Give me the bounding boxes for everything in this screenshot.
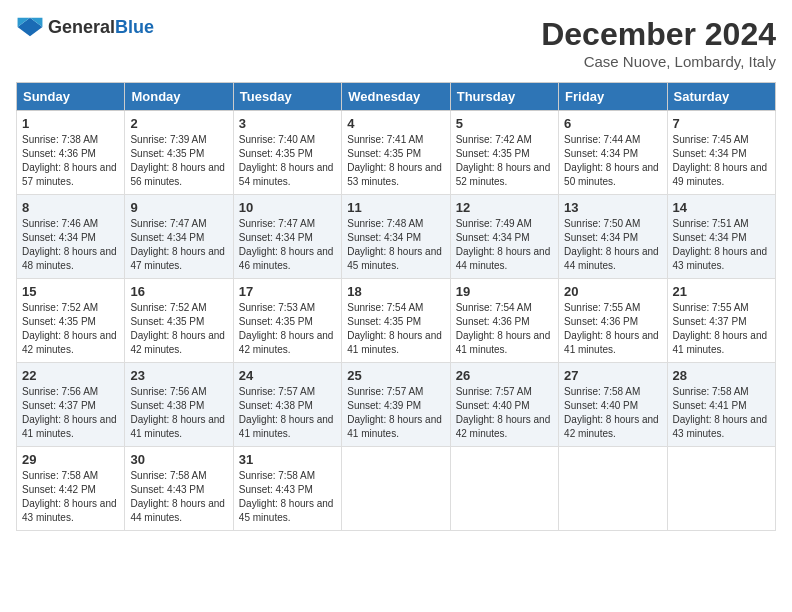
day-number: 8 xyxy=(22,200,119,215)
day-detail: Sunrise: 7:44 AMSunset: 4:34 PMDaylight:… xyxy=(564,133,661,189)
weekday-header-friday: Friday xyxy=(559,83,667,111)
day-detail: Sunrise: 7:38 AMSunset: 4:36 PMDaylight:… xyxy=(22,133,119,189)
weekday-header-saturday: Saturday xyxy=(667,83,775,111)
weekday-header-monday: Monday xyxy=(125,83,233,111)
day-detail: Sunrise: 7:52 AMSunset: 4:35 PMDaylight:… xyxy=(22,301,119,357)
day-detail: Sunrise: 7:55 AMSunset: 4:37 PMDaylight:… xyxy=(673,301,770,357)
day-number: 3 xyxy=(239,116,336,131)
calendar-day-11: 11 Sunrise: 7:48 AMSunset: 4:34 PMDaylig… xyxy=(342,195,450,279)
day-detail: Sunrise: 7:58 AMSunset: 4:43 PMDaylight:… xyxy=(130,469,227,525)
calendar-day-16: 16 Sunrise: 7:52 AMSunset: 4:35 PMDaylig… xyxy=(125,279,233,363)
day-detail: Sunrise: 7:49 AMSunset: 4:34 PMDaylight:… xyxy=(456,217,553,273)
day-detail: Sunrise: 7:51 AMSunset: 4:34 PMDaylight:… xyxy=(673,217,770,273)
day-number: 10 xyxy=(239,200,336,215)
calendar-day-4: 4 Sunrise: 7:41 AMSunset: 4:35 PMDayligh… xyxy=(342,111,450,195)
location: Case Nuove, Lombardy, Italy xyxy=(541,53,776,70)
calendar-day-3: 3 Sunrise: 7:40 AMSunset: 4:35 PMDayligh… xyxy=(233,111,341,195)
calendar-day-9: 9 Sunrise: 7:47 AMSunset: 4:34 PMDayligh… xyxy=(125,195,233,279)
calendar-day-21: 21 Sunrise: 7:55 AMSunset: 4:37 PMDaylig… xyxy=(667,279,775,363)
day-number: 29 xyxy=(22,452,119,467)
day-number: 26 xyxy=(456,368,553,383)
calendar-day-28: 28 Sunrise: 7:58 AMSunset: 4:41 PMDaylig… xyxy=(667,363,775,447)
day-detail: Sunrise: 7:54 AMSunset: 4:36 PMDaylight:… xyxy=(456,301,553,357)
calendar-day-29: 29 Sunrise: 7:58 AMSunset: 4:42 PMDaylig… xyxy=(17,447,125,531)
day-number: 25 xyxy=(347,368,444,383)
day-detail: Sunrise: 7:56 AMSunset: 4:37 PMDaylight:… xyxy=(22,385,119,441)
day-number: 2 xyxy=(130,116,227,131)
day-detail: Sunrise: 7:57 AMSunset: 4:38 PMDaylight:… xyxy=(239,385,336,441)
day-detail: Sunrise: 7:54 AMSunset: 4:35 PMDaylight:… xyxy=(347,301,444,357)
calendar-day-26: 26 Sunrise: 7:57 AMSunset: 4:40 PMDaylig… xyxy=(450,363,558,447)
calendar-day-24: 24 Sunrise: 7:57 AMSunset: 4:38 PMDaylig… xyxy=(233,363,341,447)
day-number: 1 xyxy=(22,116,119,131)
calendar-week-row: 22 Sunrise: 7:56 AMSunset: 4:37 PMDaylig… xyxy=(17,363,776,447)
day-detail: Sunrise: 7:58 AMSunset: 4:41 PMDaylight:… xyxy=(673,385,770,441)
day-number: 12 xyxy=(456,200,553,215)
day-number: 14 xyxy=(673,200,770,215)
day-number: 31 xyxy=(239,452,336,467)
day-detail: Sunrise: 7:45 AMSunset: 4:34 PMDaylight:… xyxy=(673,133,770,189)
day-detail: Sunrise: 7:46 AMSunset: 4:34 PMDaylight:… xyxy=(22,217,119,273)
calendar-week-row: 15 Sunrise: 7:52 AMSunset: 4:35 PMDaylig… xyxy=(17,279,776,363)
day-number: 16 xyxy=(130,284,227,299)
empty-day xyxy=(342,447,450,531)
calendar-day-8: 8 Sunrise: 7:46 AMSunset: 4:34 PMDayligh… xyxy=(17,195,125,279)
empty-day xyxy=(559,447,667,531)
page-header: GeneralBlue December 2024 Case Nuove, Lo… xyxy=(16,16,776,70)
day-detail: Sunrise: 7:58 AMSunset: 4:40 PMDaylight:… xyxy=(564,385,661,441)
calendar-day-14: 14 Sunrise: 7:51 AMSunset: 4:34 PMDaylig… xyxy=(667,195,775,279)
day-number: 22 xyxy=(22,368,119,383)
calendar-day-19: 19 Sunrise: 7:54 AMSunset: 4:36 PMDaylig… xyxy=(450,279,558,363)
day-detail: Sunrise: 7:40 AMSunset: 4:35 PMDaylight:… xyxy=(239,133,336,189)
day-detail: Sunrise: 7:53 AMSunset: 4:35 PMDaylight:… xyxy=(239,301,336,357)
calendar-week-row: 29 Sunrise: 7:58 AMSunset: 4:42 PMDaylig… xyxy=(17,447,776,531)
logo-blue: Blue xyxy=(115,17,154,37)
calendar-day-5: 5 Sunrise: 7:42 AMSunset: 4:35 PMDayligh… xyxy=(450,111,558,195)
day-number: 15 xyxy=(22,284,119,299)
calendar-day-1: 1 Sunrise: 7:38 AMSunset: 4:36 PMDayligh… xyxy=(17,111,125,195)
calendar-day-30: 30 Sunrise: 7:58 AMSunset: 4:43 PMDaylig… xyxy=(125,447,233,531)
day-detail: Sunrise: 7:55 AMSunset: 4:36 PMDaylight:… xyxy=(564,301,661,357)
weekday-header-wednesday: Wednesday xyxy=(342,83,450,111)
day-detail: Sunrise: 7:47 AMSunset: 4:34 PMDaylight:… xyxy=(130,217,227,273)
calendar-day-18: 18 Sunrise: 7:54 AMSunset: 4:35 PMDaylig… xyxy=(342,279,450,363)
calendar-day-15: 15 Sunrise: 7:52 AMSunset: 4:35 PMDaylig… xyxy=(17,279,125,363)
weekday-header-sunday: Sunday xyxy=(17,83,125,111)
day-detail: Sunrise: 7:39 AMSunset: 4:35 PMDaylight:… xyxy=(130,133,227,189)
empty-day xyxy=(450,447,558,531)
day-number: 17 xyxy=(239,284,336,299)
calendar-day-27: 27 Sunrise: 7:58 AMSunset: 4:40 PMDaylig… xyxy=(559,363,667,447)
day-number: 18 xyxy=(347,284,444,299)
calendar-day-10: 10 Sunrise: 7:47 AMSunset: 4:34 PMDaylig… xyxy=(233,195,341,279)
calendar-day-31: 31 Sunrise: 7:58 AMSunset: 4:43 PMDaylig… xyxy=(233,447,341,531)
day-number: 30 xyxy=(130,452,227,467)
calendar-day-17: 17 Sunrise: 7:53 AMSunset: 4:35 PMDaylig… xyxy=(233,279,341,363)
calendar-day-2: 2 Sunrise: 7:39 AMSunset: 4:35 PMDayligh… xyxy=(125,111,233,195)
day-detail: Sunrise: 7:58 AMSunset: 4:43 PMDaylight:… xyxy=(239,469,336,525)
day-detail: Sunrise: 7:56 AMSunset: 4:38 PMDaylight:… xyxy=(130,385,227,441)
logo-icon xyxy=(16,16,44,38)
day-number: 20 xyxy=(564,284,661,299)
day-number: 24 xyxy=(239,368,336,383)
day-number: 28 xyxy=(673,368,770,383)
day-number: 7 xyxy=(673,116,770,131)
day-detail: Sunrise: 7:47 AMSunset: 4:34 PMDaylight:… xyxy=(239,217,336,273)
calendar-week-row: 1 Sunrise: 7:38 AMSunset: 4:36 PMDayligh… xyxy=(17,111,776,195)
calendar-day-7: 7 Sunrise: 7:45 AMSunset: 4:34 PMDayligh… xyxy=(667,111,775,195)
day-number: 4 xyxy=(347,116,444,131)
weekday-header-row: SundayMondayTuesdayWednesdayThursdayFrid… xyxy=(17,83,776,111)
day-number: 13 xyxy=(564,200,661,215)
day-number: 23 xyxy=(130,368,227,383)
day-number: 21 xyxy=(673,284,770,299)
day-detail: Sunrise: 7:57 AMSunset: 4:40 PMDaylight:… xyxy=(456,385,553,441)
calendar-day-23: 23 Sunrise: 7:56 AMSunset: 4:38 PMDaylig… xyxy=(125,363,233,447)
logo-text: GeneralBlue xyxy=(48,17,154,38)
calendar-day-6: 6 Sunrise: 7:44 AMSunset: 4:34 PMDayligh… xyxy=(559,111,667,195)
month-title: December 2024 xyxy=(541,16,776,53)
weekday-header-tuesday: Tuesday xyxy=(233,83,341,111)
day-detail: Sunrise: 7:58 AMSunset: 4:42 PMDaylight:… xyxy=(22,469,119,525)
weekday-header-thursday: Thursday xyxy=(450,83,558,111)
day-number: 6 xyxy=(564,116,661,131)
day-detail: Sunrise: 7:41 AMSunset: 4:35 PMDaylight:… xyxy=(347,133,444,189)
day-number: 5 xyxy=(456,116,553,131)
